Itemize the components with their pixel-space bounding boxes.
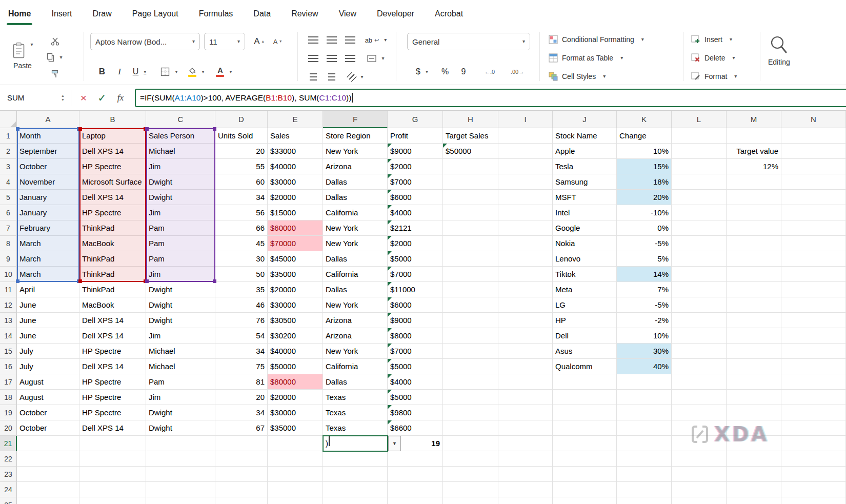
- row-header-6[interactable]: 6: [0, 205, 17, 220]
- cell-n12[interactable]: [781, 297, 846, 313]
- cell-d24[interactable]: [215, 482, 268, 497]
- cell-g23[interactable]: [388, 467, 443, 482]
- select-all-corner[interactable]: [0, 111, 17, 128]
- cell-b8[interactable]: MacBook: [79, 236, 146, 251]
- tab-acrobat[interactable]: Acrobat: [435, 0, 463, 28]
- cell-m24[interactable]: [727, 482, 781, 497]
- cell-c17[interactable]: Pam: [146, 374, 215, 390]
- cell-a14[interactable]: June: [17, 328, 79, 344]
- cell-i8[interactable]: [498, 236, 553, 251]
- row-header-25[interactable]: 25: [0, 497, 17, 504]
- cell-n9[interactable]: [781, 251, 846, 267]
- cell-d11[interactable]: 35: [215, 282, 268, 297]
- row-header-23[interactable]: 23: [0, 467, 17, 482]
- cell-b12[interactable]: MacBook: [79, 297, 146, 313]
- cell-e21[interactable]: [268, 436, 323, 451]
- row-header-19[interactable]: 19: [0, 405, 17, 420]
- cell-h14[interactable]: [443, 328, 498, 344]
- cell-a1[interactable]: Month: [17, 128, 79, 144]
- cell-l22[interactable]: [672, 451, 727, 467]
- cell-d18[interactable]: 20: [215, 390, 268, 405]
- column-header-l[interactable]: L: [672, 111, 727, 128]
- cell-j15[interactable]: Asus: [553, 344, 617, 359]
- cell-h9[interactable]: [443, 251, 498, 267]
- cell-e20[interactable]: $35000: [268, 420, 323, 436]
- cell-i15[interactable]: [498, 344, 553, 359]
- cell-b14[interactable]: Dell XPS 14: [79, 328, 146, 344]
- cell-l2[interactable]: [672, 144, 727, 159]
- row-header-4[interactable]: 4: [0, 174, 17, 190]
- cell-j14[interactable]: Dell: [553, 328, 617, 344]
- cell-b5[interactable]: Dell XPS 14: [79, 190, 146, 205]
- cell-n1[interactable]: [781, 128, 846, 144]
- cell-m8[interactable]: [727, 236, 781, 251]
- orientation-button[interactable]: ▾: [343, 69, 369, 85]
- cell-c3[interactable]: Jim: [146, 159, 215, 174]
- cell-h10[interactable]: [443, 267, 498, 282]
- cell-f16[interactable]: California: [323, 359, 388, 374]
- cell-i17[interactable]: [498, 374, 553, 390]
- cell-a25[interactable]: [17, 497, 79, 504]
- cell-i10[interactable]: [498, 267, 553, 282]
- cell-f6[interactable]: California: [323, 205, 388, 220]
- cell-d17[interactable]: 81: [215, 374, 268, 390]
- cell-c11[interactable]: Dwight: [146, 282, 215, 297]
- cell-m18[interactable]: [727, 390, 781, 405]
- cell-l17[interactable]: [672, 374, 727, 390]
- cell-j11[interactable]: Meta: [553, 282, 617, 297]
- cell-c10[interactable]: Jim: [146, 267, 215, 282]
- cell-h20[interactable]: [443, 420, 498, 436]
- cell-i21[interactable]: [498, 436, 553, 451]
- cell-j2[interactable]: Apple: [553, 144, 617, 159]
- cell-j5[interactable]: MSFT: [553, 190, 617, 205]
- cell-i14[interactable]: [498, 328, 553, 344]
- row-header-14[interactable]: 14: [0, 328, 17, 344]
- cell-i1[interactable]: [498, 128, 553, 144]
- cell-g13[interactable]: $9000: [388, 313, 443, 328]
- format-painter-button[interactable]: [47, 67, 63, 81]
- cell-n15[interactable]: [781, 344, 846, 359]
- cell-h8[interactable]: [443, 236, 498, 251]
- cell-e19[interactable]: $30000: [268, 405, 323, 420]
- cell-a17[interactable]: August: [17, 374, 79, 390]
- format-as-table-button[interactable]: Format as Table ▾: [549, 50, 623, 66]
- cell-a18[interactable]: August: [17, 390, 79, 405]
- cell-e25[interactable]: [268, 497, 323, 504]
- cell-d20[interactable]: 67: [215, 420, 268, 436]
- cell-m11[interactable]: [727, 282, 781, 297]
- cell-m14[interactable]: [727, 328, 781, 344]
- cell-b2[interactable]: Dell XPS 14: [79, 144, 146, 159]
- cell-g24[interactable]: [388, 482, 443, 497]
- italic-button[interactable]: I: [112, 64, 127, 80]
- cell-b21[interactable]: [79, 436, 146, 451]
- cell-h4[interactable]: [443, 174, 498, 190]
- cell-d16[interactable]: 75: [215, 359, 268, 374]
- cell-i13[interactable]: [498, 313, 553, 328]
- cell-g11[interactable]: $11000: [388, 282, 443, 297]
- column-header-b[interactable]: B: [79, 111, 146, 128]
- cell-j24[interactable]: [553, 482, 617, 497]
- row-header-12[interactable]: 12: [0, 297, 17, 313]
- cell-f22[interactable]: [323, 451, 388, 467]
- editing-button[interactable]: Editing: [768, 35, 790, 66]
- cell-c22[interactable]: [146, 451, 215, 467]
- cell-i5[interactable]: [498, 190, 553, 205]
- cell-c23[interactable]: [146, 467, 215, 482]
- cell-c16[interactable]: Michael: [146, 359, 215, 374]
- cell-e16[interactable]: $50000: [268, 359, 323, 374]
- cell-f24[interactable]: [323, 482, 388, 497]
- cell-h11[interactable]: [443, 282, 498, 297]
- cell-g25[interactable]: [388, 497, 443, 504]
- cell-b4[interactable]: Microsoft Surface: [79, 174, 146, 190]
- cell-f2[interactable]: New York: [323, 144, 388, 159]
- column-header-h[interactable]: H: [443, 111, 498, 128]
- cell-j13[interactable]: HP: [553, 313, 617, 328]
- format-cells-button[interactable]: Format ▾: [691, 69, 737, 84]
- cell-i23[interactable]: [498, 467, 553, 482]
- cell-c14[interactable]: Jim: [146, 328, 215, 344]
- cell-b20[interactable]: Dell XPS 14: [79, 420, 146, 436]
- tab-draw[interactable]: Draw: [92, 0, 111, 28]
- cell-d25[interactable]: [215, 497, 268, 504]
- cell-m2[interactable]: Target value: [727, 144, 781, 159]
- cell-b15[interactable]: HP Spectre: [79, 344, 146, 359]
